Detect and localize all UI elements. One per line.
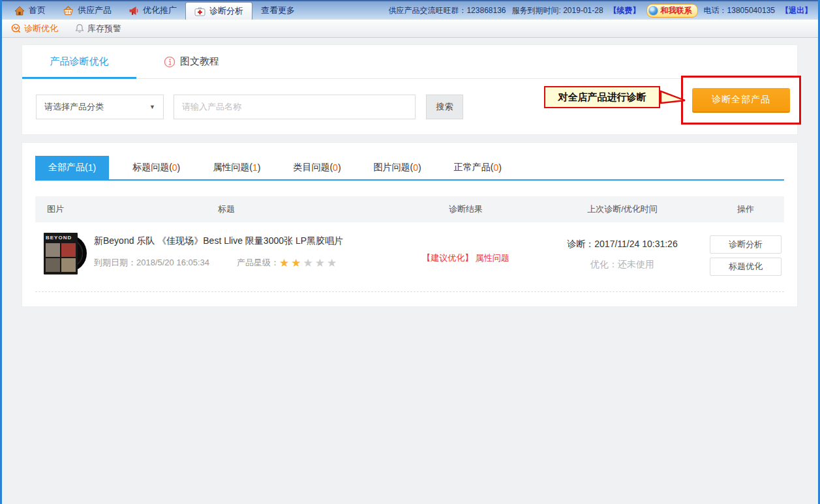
filter-tab-text: ) xyxy=(177,162,181,173)
main-content: 产品诊断优化 图文教程 请选择产品分类 ▼ 搜索 对全店产品进行诊断 xyxy=(2,38,818,307)
nav-item-label: 优化推广 xyxy=(143,5,177,16)
toolbar-item-diagnosis-optimize[interactable]: 诊断优化 xyxy=(11,23,58,35)
nav-item-diagnosis-analysis[interactable]: 诊断分析 xyxy=(185,2,252,20)
diagnose-analysis-button[interactable]: 诊断分析 xyxy=(710,235,782,254)
product-name-input[interactable] xyxy=(174,95,416,119)
phone-label: 电话：13805040135 xyxy=(704,5,775,16)
diagnosis-result-issue: 属性问题 xyxy=(476,253,509,263)
nav-item-home[interactable]: 首页 xyxy=(6,1,54,20)
medkit-icon xyxy=(194,7,205,16)
filter-tab-count: 1 xyxy=(252,162,258,173)
filter-tab-count: 0 xyxy=(172,162,177,173)
contact-me-badge[interactable]: 和我联系 xyxy=(646,4,698,18)
album-cover-text: BEYOND xyxy=(46,235,76,241)
filter-tab-text: 全部产品( xyxy=(48,162,88,173)
filter-tab-count: 1 xyxy=(88,162,93,173)
nav-item-supply-products[interactable]: 供应产品 xyxy=(54,1,120,20)
filter-tab-category-issues[interactable]: 类目问题(0) xyxy=(284,156,350,179)
main-tabs: 产品诊断优化 图文教程 xyxy=(22,45,797,79)
filter-tab-title-issues[interactable]: 标题问题(0) xyxy=(123,156,189,179)
renew-link[interactable]: 【续费】 xyxy=(609,5,641,16)
cell-time: 诊断：2017/11/24 10:31:26 优化：还未使用 xyxy=(538,233,707,271)
nav-item-label: 查看更多 xyxy=(261,5,295,16)
wangwang-icon xyxy=(648,6,658,16)
table-header: 图片 标题 诊断结果 上次诊断/优化时间 操作 xyxy=(35,196,784,222)
diagnose-pulse-icon xyxy=(11,23,21,33)
diagnosis-result: 【建议优化】 属性问题 xyxy=(394,252,538,264)
filter-tab-count: 0 xyxy=(333,162,338,173)
col-header-actions: 操作 xyxy=(707,203,784,215)
filter-tab-all-products[interactable]: 全部产品(1) xyxy=(35,156,109,179)
toolbar-item-label: 诊断优化 xyxy=(24,23,58,35)
filter-tab-text: 标题问题( xyxy=(132,162,172,173)
filter-tab-count: 0 xyxy=(493,162,498,173)
filter-tab-text: 图片问题( xyxy=(374,162,414,173)
service-expire-label: 服务到期时间: 2019-01-28 xyxy=(512,5,603,16)
top-bar: 首页 供应产品 优化推广 诊断分析 查看更多 xyxy=(2,0,818,20)
search-panel: 产品诊断优化 图文教程 请选择产品分类 ▼ 搜索 对全店产品进行诊断 xyxy=(22,44,798,135)
search-row: 请选择产品分类 ▼ 搜索 对全店产品进行诊断 诊断全部产品 xyxy=(22,79,797,134)
filter-tab-text: ) xyxy=(258,162,261,173)
home-icon xyxy=(14,6,25,16)
optimize-status-label: 优化：还未使用 xyxy=(538,259,707,271)
results-panel: 全部产品(1) 标题问题(0) 属性问题(1) 类目问题(0) 图片问题(0) … xyxy=(22,142,798,307)
cell-image: BEYOND xyxy=(35,233,94,274)
contact-me-label: 和我联系 xyxy=(661,5,692,16)
top-nav: 首页 供应产品 优化推广 诊断分析 查看更多 xyxy=(2,1,303,20)
search-button[interactable]: 搜索 xyxy=(426,95,463,119)
nav-item-label: 供应产品 xyxy=(78,5,112,16)
col-header-title: 标题 xyxy=(94,203,394,215)
cell-title: 新Beyond 乐队 《佳现场》Best Llive 限量3000张 LP黑胶唱… xyxy=(94,233,394,269)
diagnose-time-label: 诊断：2017/11/24 10:31:26 xyxy=(538,239,707,250)
expire-date-label: 到期日期：2018/5/20 16:05:34 xyxy=(94,257,209,269)
logout-link[interactable]: 【退出】 xyxy=(781,5,812,16)
filter-tab-text: 类目问题( xyxy=(293,162,333,173)
nav-item-promotion[interactable]: 优化推广 xyxy=(120,1,185,20)
tab-tutorial[interactable]: 图文教程 xyxy=(136,45,245,78)
filter-tab-text: 正常产品( xyxy=(454,162,494,173)
top-bar-right: 供应产品交流旺旺群：123868136 服务到期时间: 2019-01-28 【… xyxy=(388,1,818,20)
cell-result: 【建议优化】 属性问题 xyxy=(394,233,538,264)
filter-tab-text: ) xyxy=(338,162,341,173)
category-select-value: 请选择产品分类 xyxy=(44,101,104,113)
product-image: BEYOND xyxy=(44,233,87,274)
nav-item-label: 首页 xyxy=(29,5,46,16)
toolbar-item-label: 库存预警 xyxy=(87,23,121,35)
info-icon xyxy=(164,56,175,68)
toolbar-item-stock-alert[interactable]: 库存预警 xyxy=(75,23,121,35)
filter-tab-text: 属性问题( xyxy=(213,162,252,173)
app-window: 首页 供应产品 优化推广 诊断分析 查看更多 xyxy=(0,0,820,504)
col-header-result: 诊断结果 xyxy=(394,203,538,215)
tab-label: 图文教程 xyxy=(180,55,219,68)
title-optimize-button[interactable]: 标题优化 xyxy=(710,258,782,276)
product-title: 新Beyond 乐队 《佳现场》Best Llive 限量3000张 LP黑胶唱… xyxy=(94,233,387,248)
star-rating-label: 产品星级： xyxy=(237,257,279,269)
stars-empty-icon: ★★★ xyxy=(303,258,339,269)
nav-item-view-more[interactable]: 查看更多 xyxy=(252,1,303,20)
filter-tab-count: 0 xyxy=(413,162,418,173)
filter-tab-text: ) xyxy=(93,162,96,173)
filter-tab-image-issues[interactable]: 图片问题(0) xyxy=(365,156,431,179)
filter-tab-text: ) xyxy=(498,162,502,173)
table-row: BEYOND 新Beyond 乐队 《佳现场》Best Llive 限量3000… xyxy=(35,222,784,292)
filter-tab-normal-products[interactable]: 正常产品(0) xyxy=(445,156,511,179)
album-cover: BEYOND xyxy=(44,233,78,274)
wangwang-group-label: 供应产品交流旺旺群：123868136 xyxy=(388,5,506,16)
tab-product-diagnosis[interactable]: 产品诊断优化 xyxy=(22,45,136,78)
star-rating: 产品星级： ★★ ★★★ xyxy=(237,257,339,269)
annotation-arrow-icon xyxy=(660,89,687,108)
diagnosis-result-tag: 【建议优化】 xyxy=(422,253,473,263)
tab-label: 产品诊断优化 xyxy=(50,55,109,68)
diagnose-all-button[interactable]: 诊断全部产品 xyxy=(692,88,790,113)
filter-tabs: 全部产品(1) 标题问题(0) 属性问题(1) 类目问题(0) 图片问题(0) … xyxy=(35,156,784,181)
stars-filled-icon: ★★ xyxy=(279,258,303,269)
album-cover-photos xyxy=(46,243,76,272)
col-header-time: 上次诊断/优化时间 xyxy=(538,203,707,215)
annotation-callout: 对全店产品进行诊断 xyxy=(544,86,660,108)
basket-icon xyxy=(63,6,74,16)
megaphone-icon xyxy=(129,6,139,16)
sub-toolbar: 诊断优化 库存预警 xyxy=(2,20,818,38)
filter-tab-attribute-issues[interactable]: 属性问题(1) xyxy=(204,156,269,179)
category-select[interactable]: 请选择产品分类 ▼ xyxy=(36,95,164,119)
chevron-down-icon: ▼ xyxy=(149,104,155,110)
